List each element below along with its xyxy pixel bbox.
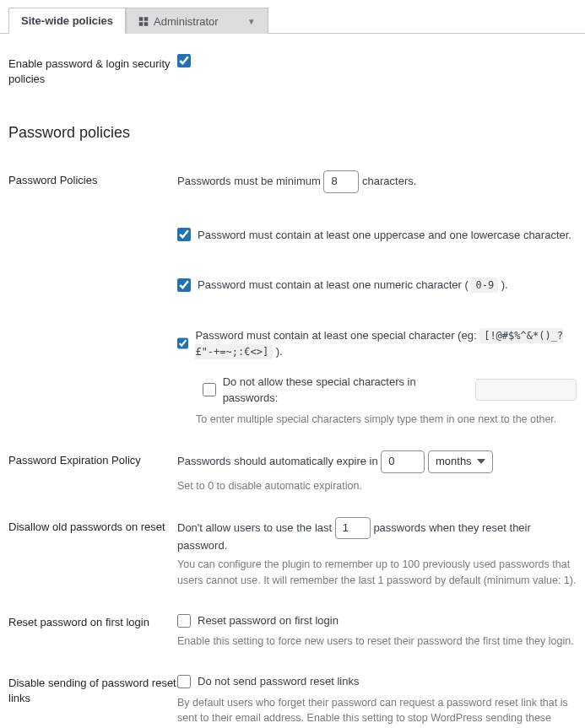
chevron-down-icon: ▼ (247, 17, 256, 26)
rule-case-checkbox[interactable] (177, 228, 191, 241)
rule-uppercase-lowercase: Password must contain at least one upper… (177, 227, 577, 244)
row-expiration-policy: Password Expiration Policy Passwords sho… (8, 439, 577, 505)
min-length-post: characters. (362, 175, 416, 187)
numeric-code: 0-9 (471, 278, 498, 293)
rule-special: Password must contain at least one speci… (177, 327, 577, 360)
min-length-pre: Passwords must be minimum (177, 175, 321, 187)
tab-site-wide-policies[interactable]: Site-wide policies (8, 8, 126, 34)
disable-reset-label: Disable sending of password reset links (8, 673, 177, 706)
disallow-special-desc: To enter multiple special characters sim… (196, 412, 577, 428)
row-disable-reset-links: Disable sending of password reset links … (8, 661, 577, 728)
svg-rect-3 (144, 22, 149, 26)
row-enable-policies: Enable password & login security policie… (8, 42, 577, 99)
disallow-special-text: Do not allow these special characters in… (223, 374, 469, 407)
min-length-line: Passwords must be minimum characters. (177, 170, 577, 192)
disable-reset-desc: By default users who forget their passwo… (177, 695, 577, 728)
expiration-desc: Set to 0 to disable automatic expiration… (177, 478, 577, 494)
svg-rect-0 (139, 17, 144, 21)
expiration-value-input[interactable] (381, 450, 425, 472)
rule-case-text: Password must contain at least one upper… (198, 227, 571, 244)
expiration-label: Password Expiration Policy (8, 450, 177, 468)
disallow-special-checkbox[interactable] (203, 383, 216, 396)
rule-special-text: Password must contain at least one speci… (195, 327, 577, 360)
disable-reset-checkbox[interactable] (177, 675, 191, 688)
disallow-old-input[interactable] (335, 517, 371, 539)
dashboard-icon (138, 16, 149, 26)
disallow-special-input[interactable] (475, 379, 577, 401)
disallow-old-label: Disallow old passwords on reset (8, 517, 177, 535)
svg-rect-2 (139, 22, 144, 26)
row-disallow-old: Disallow old passwords on reset Don't al… (8, 505, 577, 601)
min-length-input[interactable] (323, 170, 359, 192)
section-title-password-policies: Password policies (8, 124, 577, 142)
first-login-checkbox[interactable] (177, 614, 191, 628)
enable-policies-checkbox[interactable] (177, 54, 191, 67)
row-first-login: Reset password on first login Reset pass… (8, 601, 577, 661)
first-login-label: Reset password on first login (8, 612, 177, 630)
disable-reset-text: Do not send password reset links (198, 673, 359, 690)
row-password-policies: Password Policies Passwords must be mini… (8, 159, 577, 439)
password-policies-label: Password Policies (8, 170, 177, 188)
tab-label: Administrator (154, 15, 219, 28)
enable-policies-label: Enable password & login security policie… (8, 54, 177, 87)
rule-special-checkbox[interactable] (177, 337, 188, 350)
rule-numeric-checkbox[interactable] (177, 278, 191, 292)
tab-label: Site-wide policies (21, 14, 113, 27)
tab-bar: Site-wide policies Administrator ▼ (0, 0, 585, 34)
disallow-old-line: Don't allow users to use the last passwo… (177, 517, 577, 552)
rule-numeric-text: Password must contain at least one numer… (198, 277, 508, 294)
rule-disallow-special: Do not allow these special characters in… (203, 374, 577, 428)
expiration-unit-select[interactable]: months (428, 450, 493, 472)
first-login-desc: Enable this setting to force new users t… (177, 634, 577, 650)
first-login-text: Reset password on first login (198, 612, 339, 629)
content-panel: Enable password & login security policie… (0, 34, 585, 728)
svg-rect-1 (144, 17, 149, 21)
tab-administrator[interactable]: Administrator ▼ (126, 8, 268, 34)
disallow-old-desc: You can configure the plugin to remember… (177, 557, 577, 589)
rule-numeric: Password must contain at least one numer… (177, 277, 577, 294)
expiration-line: Passwords should automatically expire in… (177, 450, 577, 472)
